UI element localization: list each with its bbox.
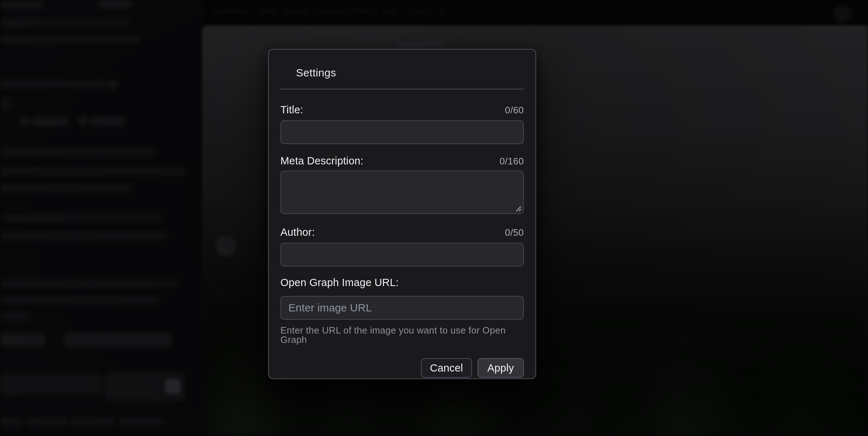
- title-label: Title:: [280, 104, 303, 116]
- dialog-actions: Cancel Apply: [280, 358, 524, 378]
- settings-dialog: Settings Title: 0/60 Meta Description: 0…: [268, 49, 536, 379]
- meta-description-textarea[interactable]: [280, 171, 524, 214]
- meta-description-char-counter: 0/160: [500, 156, 524, 167]
- dialog-body: Title: 0/60 Meta Description: 0/160 Auth…: [269, 104, 535, 378]
- app-screenshot: overview skills visuals manage torrents …: [0, 0, 868, 436]
- title-input[interactable]: [280, 120, 524, 144]
- og-image-field-header: Open Graph Image URL:: [280, 277, 524, 287]
- dialog-title: Settings: [296, 67, 336, 79]
- cancel-button[interactable]: Cancel: [421, 358, 472, 378]
- apply-button[interactable]: Apply: [477, 358, 524, 378]
- og-image-url-input[interactable]: [280, 296, 524, 320]
- author-char-counter: 0/50: [505, 227, 524, 238]
- og-image-helper-text: Enter the URL of the image you want to u…: [280, 326, 524, 344]
- header-divider: [280, 89, 524, 89]
- dialog-header: Settings: [269, 50, 535, 79]
- title-field-header: Title: 0/60: [280, 104, 524, 114]
- meta-description-label: Meta Description:: [280, 155, 363, 167]
- resize-handle-icon[interactable]: [515, 205, 522, 212]
- og-image-label: Open Graph Image URL:: [280, 277, 399, 289]
- title-char-counter: 0/60: [505, 105, 524, 116]
- author-field-header: Author: 0/50: [280, 226, 524, 237]
- author-label: Author:: [280, 226, 315, 238]
- author-input[interactable]: [280, 243, 524, 267]
- meta-description-field-header: Meta Description: 0/160: [280, 155, 524, 165]
- meta-description-textarea-wrap: [280, 171, 524, 214]
